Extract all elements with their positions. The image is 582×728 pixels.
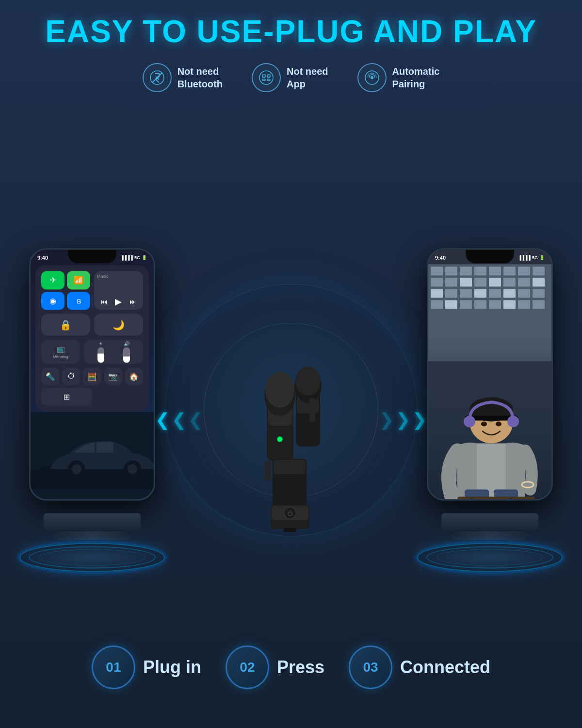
arrow-left-2: ❮ (172, 410, 186, 430)
cc-timer: ⏱ (62, 368, 80, 385)
svg-rect-37 (431, 267, 443, 276)
signal-arrows-left: ❮ ❮ ❮ (155, 410, 203, 430)
svg-rect-65 (489, 300, 501, 309)
svg-rect-28 (265, 461, 271, 480)
svg-point-13 (72, 464, 81, 474)
svg-point-8 (371, 76, 373, 79)
svg-point-25 (265, 372, 294, 408)
cc-airplane: ✈ (41, 271, 65, 290)
svg-rect-84 (457, 497, 535, 499)
svg-point-79 (464, 416, 475, 428)
svg-rect-68 (533, 300, 545, 309)
svg-rect-39 (460, 267, 472, 276)
arrow-left-3: ❮ (188, 410, 203, 430)
step-3-badge: 03 (349, 645, 392, 689)
cc-wifi: ◉ (41, 292, 65, 310)
cc-camera: 📷 (104, 368, 122, 385)
phone-left-dongle (53, 531, 131, 540)
svg-rect-5 (262, 79, 265, 81)
person-svg (428, 334, 551, 499)
svg-rect-3 (262, 75, 265, 77)
step-2-badge: 02 (226, 645, 269, 689)
svg-rect-66 (503, 300, 516, 309)
phone-right-dongle (451, 531, 529, 540)
svg-rect-29 (309, 398, 315, 422)
step-2-label: Press (277, 657, 324, 678)
feature-no-app: Not need App (252, 63, 328, 92)
microphone-container: ⏻ (233, 301, 349, 544)
phone-right-container: 9:40 ▐▐▐▐ 5G 🔋 (417, 248, 563, 572)
feature-auto-pairing: Automatic Pairing (357, 63, 440, 92)
cc-home: 🏠 (125, 368, 143, 385)
cc-sliders: ☀ 🔊 (84, 340, 143, 364)
step-3: 03 Connected (349, 645, 490, 689)
svg-rect-59 (518, 289, 530, 298)
cc-flashlight: 🔦 (41, 368, 59, 385)
svg-rect-41 (489, 267, 501, 276)
svg-rect-45 (431, 278, 443, 287)
phone-left: 9:40 ▐▐▐▐ 5G 🔋 ✈ (29, 248, 155, 501)
microphone-svg: ⏻ (233, 301, 349, 544)
svg-rect-4 (267, 75, 270, 77)
svg-rect-51 (518, 278, 530, 287)
svg-rect-64 (474, 300, 486, 309)
step-1-label: Plug in (143, 657, 201, 678)
arrow-right-2: ❯ (396, 410, 410, 430)
auto-pairing-icon (357, 63, 387, 92)
brightness-slider (97, 347, 104, 363)
arrow-left-1: ❮ (155, 410, 170, 430)
cc-moon: 🌙 (94, 314, 143, 336)
volume-slider (123, 347, 130, 363)
svg-rect-34 (284, 528, 296, 532)
phone-left-signal: ▐▐▐▐ 5G 🔋 (120, 255, 147, 260)
svg-rect-48 (474, 278, 486, 287)
feature-no-bluetooth-text: Not need Bluetooth (178, 65, 223, 90)
svg-point-80 (507, 416, 519, 428)
step-1-badge: 01 (92, 645, 135, 689)
svg-rect-27 (274, 460, 306, 474)
svg-rect-67 (518, 300, 530, 309)
svg-rect-53 (431, 289, 443, 298)
svg-rect-38 (445, 267, 457, 276)
svg-rect-52 (533, 278, 545, 287)
arrow-right-1: ❯ (379, 410, 394, 430)
feature-no-bluetooth: Not need Bluetooth (143, 63, 223, 92)
svg-point-77 (496, 422, 501, 427)
car-silhouette-svg (31, 412, 154, 490)
phone-left-time: 9:40 (37, 255, 48, 261)
steps-row: 01 Plug in 02 Press 03 Connected (0, 645, 582, 689)
step-3-label: Connected (400, 657, 490, 678)
svg-rect-61 (431, 300, 443, 309)
phone-right-stage (417, 543, 563, 572)
music-play: ▶ (115, 297, 122, 307)
svg-rect-60 (533, 289, 545, 298)
svg-rect-49 (489, 278, 501, 287)
phone-left-base (44, 513, 141, 530)
step-1: 01 Plug in (92, 645, 201, 689)
svg-point-2 (259, 71, 273, 84)
step-2: 02 Press (226, 645, 324, 689)
phone-left-screen: ✈ 📶 ◉ ʙ Music ⏮ ▶ ⏭ (31, 250, 154, 499)
no-bluetooth-icon (143, 63, 172, 92)
svg-rect-63 (460, 300, 472, 309)
cc-lock: 🔒 (41, 314, 90, 336)
svg-point-15 (128, 464, 137, 474)
svg-point-19 (295, 366, 321, 396)
phone-left-stage (19, 543, 165, 572)
svg-rect-62 (445, 300, 457, 309)
music-next: ⏭ (129, 298, 136, 306)
svg-rect-47 (460, 278, 472, 287)
svg-rect-42 (503, 267, 516, 276)
svg-rect-54 (445, 289, 457, 298)
svg-point-76 (481, 422, 487, 427)
svg-rect-50 (503, 278, 516, 287)
svg-rect-6 (267, 79, 270, 81)
phone-right-screen (428, 250, 551, 499)
cc-qr: ⊞ (41, 388, 92, 406)
svg-rect-43 (518, 267, 530, 276)
music-prev: ⏮ (101, 298, 108, 306)
svg-rect-56 (474, 289, 486, 298)
control-center: ✈ 📶 ◉ ʙ Music ⏮ ▶ ⏭ (35, 265, 149, 412)
content-area: 9:40 ▐▐▐▐ 5G 🔋 ✈ (0, 92, 582, 728)
phone-right-time: 9:40 (435, 255, 446, 261)
